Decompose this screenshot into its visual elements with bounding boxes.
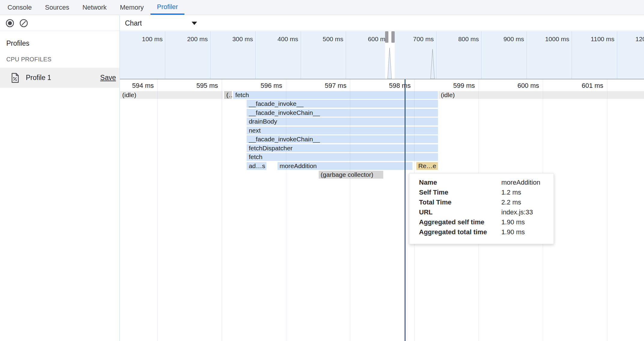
detail-tick-label: 595 ms [196, 82, 218, 90]
overview-tick-label: 500 ms [323, 35, 343, 43]
overview-section-boundary [527, 31, 527, 79]
overview-tick-label: 300 ms [232, 35, 253, 43]
frame-tooltip: NamemoreAdditionSelf Time1.2 msTotal Tim… [409, 173, 554, 244]
tab-label: Console [8, 4, 32, 11]
overview-section-boundary [481, 31, 481, 79]
cpu-profiles-section-label: CPU PROFILES [6, 56, 51, 63]
time-gridline [350, 79, 350, 341]
tooltip-label: Name [419, 179, 437, 186]
profile-document-icon [11, 73, 19, 84]
view-mode-value: Chart [125, 19, 142, 27]
tooltip-row: NamemoreAddition [419, 179, 554, 189]
tab-memory[interactable]: Memory [113, 0, 150, 15]
tab-label: Memory [120, 4, 144, 11]
overview-tick-label: 1100 ms [591, 35, 615, 43]
overview-tick-label: 900 ms [503, 35, 524, 43]
profiles-heading: Profiles [6, 39, 29, 48]
overview-tick-label: 1200 ms [635, 35, 644, 43]
tooltip-label: URL [419, 208, 433, 216]
flame-frame-idle[interactable]: (idle) [120, 91, 223, 99]
view-mode-select[interactable]: Chart [125, 15, 199, 31]
tooltip-row: Aggregated total time1.90 ms [419, 228, 554, 238]
record-button[interactable] [5, 19, 14, 28]
detail-tick-label: 601 ms [582, 82, 603, 90]
tooltip-value: 1.90 ms [501, 228, 525, 236]
clear-profiles-button[interactable] [19, 19, 28, 28]
flame-frame-facadeinvoke[interactable]: __facade_invoke__ [247, 100, 438, 108]
cpu-activity-spike [387, 48, 392, 79]
chart-toolbar: Chart [120, 15, 644, 31]
tab-profiler[interactable]: Profiler [150, 0, 185, 15]
cpu-activity-spike [430, 49, 435, 79]
flame-frame-facadeinvokechain[interactable]: __facade_invokeChain__ [247, 109, 438, 117]
chevron-down-icon [192, 22, 197, 25]
profile-name: Profile 1 [26, 74, 51, 82]
flame-frame-moreaddition[interactable]: moreAddition [278, 162, 412, 170]
detail-tick-label: 596 ms [260, 82, 282, 90]
flame-frame-facadeinvokechain[interactable]: __facade_invokeChain__ [247, 135, 438, 143]
flame-frame-fetchdispatcher[interactable]: fetchDispatcher [247, 144, 438, 152]
tooltip-value: 1.2 ms [501, 189, 521, 196]
window-left-handle[interactable] [385, 31, 388, 43]
tab-label: Profiler [157, 3, 178, 11]
tab-sources[interactable]: Sources [38, 0, 76, 15]
detail-tick-label: 598 ms [389, 82, 411, 90]
overview-section-boundary [572, 31, 572, 79]
flame-frame-fetch[interactable]: fetch [233, 91, 438, 99]
detail-tick-label: 600 ms [518, 82, 539, 90]
overview-tick-label: 700 ms [413, 35, 434, 43]
tooltip-row: Aggregated self time1.90 ms [419, 218, 554, 228]
tooltip-value: 2.2 ms [501, 198, 521, 206]
detail-tick-label: 597 ms [325, 82, 346, 90]
overview-tick-label: 800 ms [458, 35, 479, 43]
time-gridline [607, 79, 607, 341]
profile-list-item[interactable]: Profile 1 Save [0, 68, 119, 88]
tooltip-value: index.js:33 [501, 208, 533, 216]
window-right-handle[interactable] [391, 31, 395, 43]
tab-bar: ConsoleSourcesNetworkMemoryProfiler [0, 0, 644, 15]
profiler-toolbar [0, 15, 120, 31]
overview-tick-label: 200 ms [187, 35, 208, 43]
tooltip-label: Aggregated self time [419, 218, 485, 226]
tooltip-label: Total Time [419, 198, 451, 206]
tab-console[interactable]: Console [1, 0, 38, 15]
overview-section-boundary [210, 31, 211, 79]
flame-frame-next[interactable]: next [247, 127, 438, 134]
tooltip-row: URLindex.js:33 [419, 208, 554, 218]
overview-section-boundary [301, 31, 301, 79]
overview-section-boundary [255, 31, 256, 79]
devtools-profiler-panel: ConsoleSourcesNetworkMemoryProfiler Char… [0, 0, 644, 341]
flame-frame-ads[interactable]: ad…s [247, 162, 266, 170]
tooltip-row: Self Time1.2 ms [419, 189, 554, 198]
overview-tick-label: 1000 ms [545, 35, 570, 43]
clear-icon [19, 19, 28, 28]
overview-section-boundary [346, 31, 346, 79]
overview-section-boundary [436, 31, 436, 79]
flame-frame-idle[interactable]: (idle) [439, 91, 644, 99]
flame-frame-garbagecollector[interactable]: (garbage collector) [319, 171, 384, 179]
tooltip-value: 1.90 ms [501, 218, 525, 226]
tab-network[interactable]: Network [76, 0, 113, 15]
flame-chart[interactable]: 594 ms595 ms596 ms597 ms598 ms599 ms600 … [120, 79, 644, 341]
flame-frame-fetch[interactable]: fetch [247, 153, 438, 161]
overview-section-boundary [617, 31, 617, 79]
tooltip-row: Total Time2.2 ms [419, 198, 554, 208]
time-gridline [157, 79, 158, 341]
timeline-overview[interactable]: 100 ms200 ms300 ms400 ms500 ms600 ms700 … [120, 31, 644, 79]
overview-section-boundary [165, 31, 165, 79]
tab-label: Network [82, 4, 107, 11]
tooltip-label: Self Time [419, 189, 448, 196]
time-gridline [286, 79, 286, 341]
save-profile-link[interactable]: Save [100, 74, 116, 82]
tooltip-label: Aggregated total time [419, 228, 487, 236]
tab-label: Sources [45, 4, 69, 11]
tooltip-value: moreAddition [501, 179, 540, 186]
detail-tick-label: 599 ms [453, 82, 475, 90]
time-gridline [222, 79, 222, 341]
flame-frame-ree[interactable]: Re…e [416, 162, 438, 170]
flame-frame-drainbody[interactable]: drainBody [247, 118, 438, 125]
overview-tick-label: 100 ms [142, 35, 163, 43]
flame-frame-[interactable]: (… [224, 91, 232, 99]
playhead-line [405, 79, 406, 341]
overview-tick-label: 400 ms [278, 35, 298, 43]
